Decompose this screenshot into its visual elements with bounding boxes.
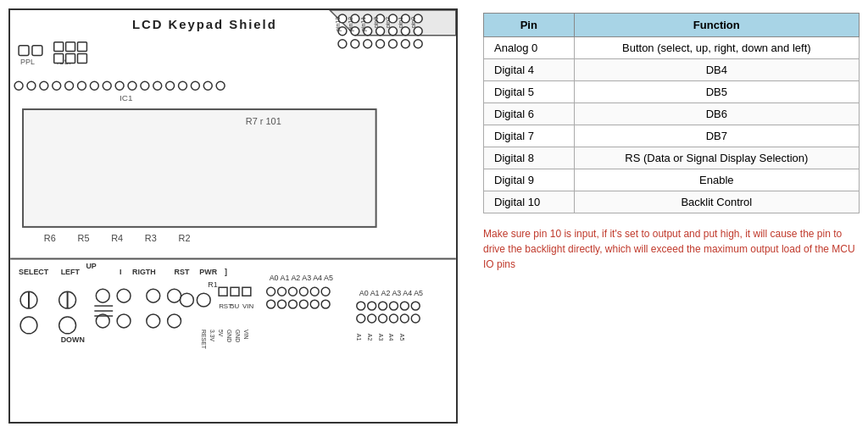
table-cell-function: DB7 xyxy=(574,125,859,147)
svg-point-134 xyxy=(168,314,181,328)
svg-point-115 xyxy=(389,302,398,310)
svg-point-45 xyxy=(78,81,86,90)
table-cell-function: DB5 xyxy=(574,81,859,103)
svg-text:R1: R1 xyxy=(208,280,217,289)
svg-point-43 xyxy=(53,81,61,90)
svg-point-130 xyxy=(59,317,76,334)
svg-rect-88 xyxy=(242,287,251,296)
svg-rect-86 xyxy=(219,287,227,296)
pcb-section: LCD Keypad Shield xyxy=(0,0,475,432)
svg-point-104 xyxy=(321,300,330,308)
svg-text:A1: A1 xyxy=(356,334,362,341)
svg-text:pin13: pin13 xyxy=(335,17,342,31)
svg-point-6 xyxy=(388,14,397,23)
svg-point-46 xyxy=(90,81,98,90)
svg-point-95 xyxy=(288,287,297,296)
svg-point-116 xyxy=(400,302,409,310)
svg-text:RESET: RESET xyxy=(201,330,207,350)
svg-point-120 xyxy=(379,314,387,323)
svg-point-15 xyxy=(414,27,422,36)
svg-text:DOWN: DOWN xyxy=(61,335,85,344)
table-cell-pin: Digital 9 xyxy=(484,169,575,191)
svg-rect-32 xyxy=(32,46,42,56)
svg-text:I: I xyxy=(120,268,121,276)
svg-text:PWR: PWR xyxy=(199,268,217,276)
table-cell-function: Enable xyxy=(574,169,859,191)
svg-text:A5: A5 xyxy=(399,334,405,341)
svg-point-121 xyxy=(389,314,398,323)
svg-point-76 xyxy=(59,291,76,308)
svg-point-11 xyxy=(364,27,372,36)
table-cell-function: DB6 xyxy=(574,103,859,125)
table-cell-pin: Digital 8 xyxy=(484,147,575,169)
svg-text:A4: A4 xyxy=(388,334,394,341)
note-text: Make sure pin 10 is input, if it's set t… xyxy=(483,226,856,272)
svg-point-99 xyxy=(267,300,275,308)
svg-text:3.3V: 3.3V xyxy=(209,330,215,342)
svg-point-118 xyxy=(357,314,365,323)
svg-rect-39 xyxy=(78,54,87,64)
svg-point-80 xyxy=(168,289,181,302)
table-cell-function: Button (select, up, right, down and left… xyxy=(574,37,859,59)
svg-point-5 xyxy=(376,14,385,23)
svg-point-47 xyxy=(103,81,111,90)
table-cell-pin: Digital 7 xyxy=(484,125,575,147)
svg-point-54 xyxy=(191,81,199,90)
svg-point-49 xyxy=(128,81,136,90)
svg-text:VIN: VIN xyxy=(243,330,249,340)
svg-point-101 xyxy=(288,300,297,308)
svg-text:RIGTH: RIGTH xyxy=(132,268,156,276)
svg-point-41 xyxy=(27,81,36,90)
svg-point-55 xyxy=(203,81,212,90)
svg-point-2 xyxy=(338,14,347,23)
svg-text:5U: 5U xyxy=(231,302,239,310)
svg-point-4 xyxy=(364,14,372,23)
table-header-function: Function xyxy=(574,14,859,37)
table-cell-pin: Digital 10 xyxy=(484,191,575,213)
svg-point-8 xyxy=(414,14,422,23)
svg-point-123 xyxy=(411,314,420,323)
svg-text:A0 A1 A2 A3 A4 A5: A0 A1 A2 A3 A4 A5 xyxy=(359,289,423,297)
svg-point-44 xyxy=(65,81,74,90)
svg-point-113 xyxy=(368,302,376,310)
svg-text:pin12: pin12 xyxy=(348,17,354,31)
svg-rect-36 xyxy=(78,42,87,52)
svg-text:R6: R6 xyxy=(44,233,56,243)
svg-point-51 xyxy=(153,81,162,90)
svg-text:5V: 5V xyxy=(218,330,224,337)
svg-point-94 xyxy=(278,287,287,296)
svg-text:IC1: IC1 xyxy=(120,93,133,102)
svg-text:R2: R2 xyxy=(179,233,191,243)
svg-point-132 xyxy=(117,314,131,328)
svg-point-50 xyxy=(141,81,149,90)
svg-point-102 xyxy=(299,300,308,308)
pin-function-table: Pin Function Analog 0Button (select, up,… xyxy=(483,13,860,213)
svg-point-114 xyxy=(379,302,387,310)
table-cell-pin: Digital 4 xyxy=(484,59,575,81)
svg-point-40 xyxy=(14,81,23,90)
svg-point-96 xyxy=(299,287,308,296)
svg-rect-31 xyxy=(19,46,29,56)
svg-point-83 xyxy=(181,293,194,307)
svg-text:R5: R5 xyxy=(78,233,90,243)
svg-point-84 xyxy=(197,293,210,307)
svg-text:GND: GND xyxy=(235,330,241,342)
svg-text:pin2: pin2 xyxy=(385,17,392,28)
svg-text:PPL: PPL xyxy=(20,58,35,66)
svg-point-100 xyxy=(278,300,287,308)
svg-text:VIN: VIN xyxy=(242,302,253,310)
svg-point-75 xyxy=(20,291,37,308)
svg-point-97 xyxy=(310,287,319,296)
svg-point-79 xyxy=(147,289,160,302)
svg-point-9 xyxy=(338,27,347,36)
table-cell-pin: Digital 5 xyxy=(484,81,575,103)
svg-text:pin0: pin0 xyxy=(410,17,417,28)
svg-point-10 xyxy=(351,27,359,36)
svg-text:pin3: pin3 xyxy=(373,17,380,28)
table-cell-pin: Analog 0 xyxy=(484,37,575,59)
svg-text:pin11: pin11 xyxy=(360,17,367,31)
svg-text:R4: R4 xyxy=(111,233,123,243)
svg-text:R3: R3 xyxy=(145,233,157,243)
table-cell-function: Backlit Control xyxy=(574,191,859,213)
table-cell-function: RS (Data or Signal Display Selection) xyxy=(574,147,859,169)
